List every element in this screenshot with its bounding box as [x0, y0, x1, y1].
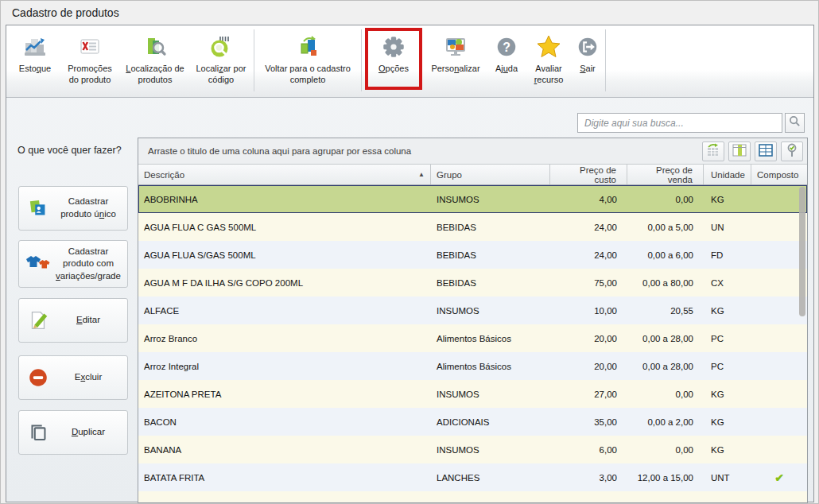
cell-preco_custo: 6,00 — [550, 445, 627, 455]
table-row[interactable]: AZEITONA PRETAINSUMOS27,000,00KG — [138, 380, 807, 408]
sidebar-button-excluir[interactable]: Excluir — [18, 355, 128, 400]
table-row[interactable]: BATATA FRITA CONGELADAINSUMOS5,0010,20KG — [138, 491, 807, 503]
products-grid-panel: Arraste o titulo de uma coluna aqui para… — [138, 138, 808, 503]
star-icon — [536, 32, 561, 61]
cell-preco_venda: 12,00 a 15,00 — [627, 473, 704, 483]
search-button[interactable] — [785, 113, 805, 133]
gear-icon — [380, 32, 407, 61]
cell-unidade: UNT — [704, 473, 751, 483]
toolbar-button-voltar[interactable]: Voltar para o cadastro completo — [257, 29, 359, 89]
cell-grupo: BEBIDAS — [431, 278, 550, 288]
group-hint: Arraste o titulo de uma coluna aqui para… — [148, 146, 411, 156]
cell-preco_venda: 0,00 a 2,00 — [627, 417, 704, 427]
sidebar-question: O que você quer fazer? — [17, 145, 122, 156]
cell-grupo: LANCHES — [431, 473, 550, 483]
table-row[interactable]: Arroz IntegralAlimentos Básicos20,000,00… — [138, 352, 807, 380]
cell-descricao: BATATA FRITA CONGELADA — [138, 501, 431, 504]
column-header-grupo[interactable]: Grupo — [431, 165, 550, 184]
column-header-preco-custo[interactable]: Preço de custo — [550, 165, 627, 184]
cell-descricao: Arroz Integral — [138, 362, 431, 371]
cell-preco_venda: 0,00 a 80,00 — [627, 278, 704, 288]
exit-icon — [576, 32, 600, 61]
toolbar-button-localizacao[interactable]: Localização de produtos — [119, 29, 191, 89]
toolbar-button-ajuda[interactable]: ? Ajuda — [488, 29, 525, 89]
table-row[interactable]: AGUA FLUA S/GAS 500MLBEBIDAS24,000,00 a … — [138, 241, 807, 269]
cell-grupo: INSUMOS — [431, 445, 550, 455]
single-product-card-icon — [23, 196, 53, 220]
cell-preco_custo: 75,00 — [550, 278, 627, 288]
search-input[interactable] — [577, 113, 782, 133]
tshirts-variations-icon — [23, 252, 53, 276]
toolbar-button-sair[interactable]: Sair — [573, 29, 603, 89]
group-by-bar[interactable]: Arraste o titulo de uma coluna aqui para… — [138, 138, 807, 165]
table-row[interactable]: AGUA FLUA C GAS 500MLBEBIDAS24,000,00 a … — [138, 213, 807, 241]
sidebar-button-duplicar[interactable]: Duplicar — [18, 410, 128, 455]
cell-descricao: BACON — [138, 417, 431, 427]
cell-preco_custo: 20,00 — [550, 334, 627, 343]
toolbar-button-promocoes[interactable]: Promoções do produto — [60, 29, 119, 89]
sort-ascending-icon: ▲ — [415, 171, 425, 178]
toolbar-button-localizar-codigo[interactable]: Localizar por código — [191, 29, 251, 89]
toolbar-button-opcoes[interactable]: Opções — [368, 29, 419, 89]
table-row[interactable]: Arroz BrancoAlimentos Básicos20,000,00 a… — [138, 324, 807, 352]
column-chooser-icon — [732, 144, 747, 158]
column-header-descricao[interactable]: Descrição ▲ — [138, 165, 431, 184]
cell-descricao: AGUA FLUA S/GAS 500ML — [138, 250, 431, 260]
export-data-button[interactable] — [702, 142, 724, 161]
cell-preco_custo: 5,00 — [550, 501, 627, 504]
cell-unidade: KG — [704, 390, 751, 399]
grid-lines-button[interactable] — [755, 142, 777, 161]
sidebar-button-cadastrar-produto-unico[interactable]: Cadastrar produto único — [18, 186, 128, 231]
cell-preco_venda: 0,00 a 28,00 — [627, 334, 704, 343]
table-header: Descrição ▲ Grupo Preço de custo Preço d… — [138, 165, 807, 185]
search-icon — [789, 115, 801, 130]
cell-grupo: BEBIDAS — [431, 223, 550, 232]
cell-preco_venda: 0,00 a 28,00 — [627, 362, 704, 371]
cell-unidade: KG — [704, 501, 751, 504]
cell-grupo: Alimentos Básicos — [431, 362, 550, 371]
cell-descricao: AGUA FLUA C GAS 500ML — [138, 223, 431, 232]
column-header-composto[interactable]: Composto — [751, 165, 807, 184]
cell-composto: ✔ — [751, 471, 807, 484]
grid-icon — [759, 144, 773, 158]
toolbar-separator — [605, 29, 606, 91]
toolbar-separator — [254, 29, 254, 91]
cell-preco_venda: 10,20 — [627, 501, 704, 504]
cell-preco_venda: 0,00 a 6,00 — [627, 250, 704, 260]
toolbar-button-avaliar[interactable]: Avaliar recurso — [525, 29, 573, 89]
table-row[interactable]: BATATA FRITALANCHES3,0012,00 a 15,00UNT✔ — [138, 463, 807, 491]
cell-preco_custo: 20,00 — [550, 362, 627, 371]
table-row[interactable]: AGUA M F DA ILHA S/G COPO 200MLBEBIDAS75… — [138, 269, 807, 297]
filter-check-magnifier-icon — [786, 143, 798, 159]
column-chooser-button[interactable] — [728, 142, 751, 161]
composto-check-icon: ✔ — [774, 471, 784, 484]
cell-preco_custo: 24,00 — [550, 223, 627, 232]
table-row[interactable]: BACONADICIONAIS35,000,00 a 2,00KG — [138, 408, 807, 436]
table-row[interactable]: ABOBRINHAINSUMOS4,000,00KG — [138, 185, 807, 213]
table-row[interactable]: BANANAINSUMOS6,000,00KG — [138, 436, 807, 463]
toolbar-button-personalizar[interactable]: Personalizar — [423, 29, 488, 89]
toolbar-button-estoque[interactable]: Estoque — [10, 29, 60, 89]
cell-descricao: ABOBRINHA — [138, 195, 431, 204]
cell-unidade: KG — [704, 306, 751, 316]
sidebar-button-editar[interactable]: Editar — [18, 298, 128, 343]
app-window: Cadastro de produtos Estoque — [0, 0, 819, 504]
cell-descricao: Arroz Branco — [138, 334, 431, 343]
help-question-icon: ? — [495, 32, 518, 61]
export-table-icon — [705, 143, 721, 159]
cell-preco_venda: 0,00 — [627, 445, 704, 455]
cell-preco_venda: 20,55 — [627, 306, 704, 316]
cell-descricao: BANANA — [138, 445, 431, 455]
window-frame: Estoque Promoções do produto — [6, 25, 814, 502]
column-header-preco-venda[interactable]: Preço de venda — [627, 165, 704, 184]
column-header-unidade[interactable]: Unidade — [704, 165, 751, 184]
cell-descricao: BATATA FRITA — [138, 473, 431, 483]
vertical-scrollbar[interactable] — [799, 187, 805, 316]
table-row[interactable]: ALFACEINSUMOS10,0020,55KG — [138, 297, 807, 324]
cell-preco_venda: 0,00 a 5,00 — [627, 223, 704, 232]
sidebar-button-cadastrar-variacoes[interactable]: Cadastrar produto com variações/grade — [18, 240, 128, 288]
cell-grupo: ADICIONAIS — [431, 417, 550, 427]
promotions-list-icon — [77, 32, 103, 61]
cell-preco_venda: 0,00 — [627, 390, 704, 399]
filter-button[interactable] — [781, 142, 803, 161]
